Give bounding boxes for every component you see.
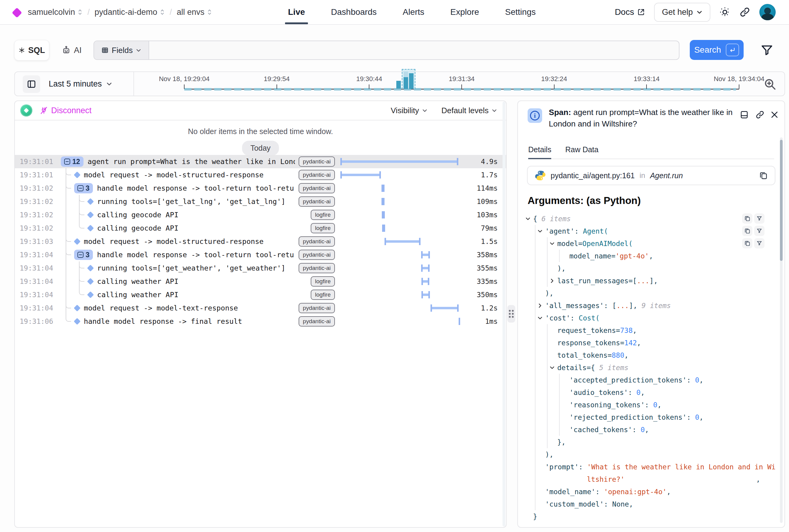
trace-row[interactable]: 19:31:02calling geocode APIlogfire79ms [15,222,506,235]
fields-button[interactable]: Fields [94,41,149,59]
chevron-down-icon[interactable] [537,315,543,321]
scope-badge[interactable]: pydantic-ai [299,303,335,313]
code-guide-line [559,386,560,399]
trace-row[interactable]: 19:31:02running tools=['get_lat_lng', 'g… [15,195,506,208]
scope-badge[interactable]: pydantic-ai [299,196,335,207]
collapse-toggle[interactable]: 3 [74,250,93,260]
code-guide-line [559,423,560,436]
trace-row-duration: 103ms [473,211,506,219]
scope-badge[interactable]: pydantic-ai [299,263,335,273]
get-help-button[interactable]: Get help [654,3,710,22]
default-levels-dropdown[interactable]: Default levels [441,106,497,115]
trace-row[interactable]: 19:31:04model request -> model-text-resp… [15,301,506,315]
sql-mode-button[interactable]: SQL [14,40,49,60]
duration-track [340,195,468,208]
trace-row-label: handle model response -> final result [84,317,242,326]
chevron-right-icon[interactable] [550,278,555,284]
tab-details[interactable]: Details [528,145,551,158]
sidebar-toggle-button[interactable] [23,75,40,93]
nav-tab-explore[interactable]: Explore [450,0,479,24]
breadcrumb: samuelcolvin/pydantic-ai-demo/all envs [28,0,212,24]
timeline[interactable]: Nov 18, 19:29:0419:29:5419:30:4419:31:34… [142,72,748,96]
scope-badge[interactable]: pydantic-ai [299,250,335,260]
panel-resize-handle[interactable] [507,305,515,323]
filter-funnel-icon[interactable] [761,43,773,56]
visibility-dropdown[interactable]: Visibility [390,106,427,115]
trace-row[interactable]: 19:31:0112agent run prompt=What is the w… [15,155,506,168]
close-icon[interactable] [770,110,779,119]
trace-row[interactable]: 19:31:04calling weather APIlogfire350ms [15,288,506,301]
scope-badge[interactable]: pydantic-ai [299,236,335,247]
search-button[interactable]: Search [690,40,744,60]
ai-mode-button[interactable]: AI [57,40,87,60]
copy-icon[interactable] [742,213,752,224]
logfire-logo-icon[interactable] [12,7,22,18]
code-line: last_run_messages=[...], [518,274,778,287]
copy-icon[interactable] [742,226,752,236]
today-button[interactable]: Today [242,141,279,155]
theme-sun-icon[interactable] [719,7,730,18]
trace-row[interactable]: 19:31:043handle model response -> tool-r… [15,248,506,262]
trace-row[interactable]: 19:31:01model request -> model-structure… [15,168,506,182]
filter-funnel-icon[interactable] [754,213,765,224]
scope-badge[interactable]: pydantic-ai [299,316,335,326]
chevron-down-icon[interactable] [525,216,531,222]
search-query-input[interactable] [149,41,679,59]
scope-badge[interactable]: logfire [311,223,335,233]
nav-tab-alerts[interactable]: Alerts [403,0,424,24]
timeline-tick-label: Nov 18, 19:34:04 [714,75,765,83]
source-file[interactable]: pydantic_ai/agent.py:161 [551,171,635,180]
tab-raw-data[interactable]: Raw Data [565,145,598,158]
breadcrumb-item[interactable]: all envs [177,7,212,17]
collapse-toggle[interactable]: 3 [74,183,93,193]
unplug-icon [40,106,48,115]
chevron-down-icon[interactable] [550,365,555,370]
code-guide-line [535,349,536,361]
nav-tab-dashboards[interactable]: Dashboards [331,0,377,24]
trace-scrollbar[interactable] [502,102,505,527]
nav-tab-settings[interactable]: Settings [505,0,536,24]
breadcrumb-item[interactable]: samuelcolvin [28,7,82,17]
dock-panel-icon[interactable] [740,110,749,119]
filter-funnel-icon[interactable] [754,226,765,236]
trace-row-content: running tools=['get_lat_lng', 'get_lat_l… [55,197,286,206]
trace-row[interactable]: 19:31:04running tools=['get_weather', 'g… [15,262,506,275]
code-guide-line [535,250,536,262]
scope-badge[interactable]: logfire [311,210,335,220]
detail-scrollbar-thumb[interactable] [780,140,783,261]
scope-badge[interactable]: logfire [311,276,335,287]
code-text: , [756,475,760,483]
chevron-right-icon[interactable] [537,303,543,308]
code-guide-line [559,374,560,386]
copy-icon[interactable] [742,238,752,248]
time-range-dropdown[interactable]: Last 5 minutes [49,72,112,96]
zoom-in-icon[interactable] [763,77,776,91]
timeline-histogram[interactable] [396,69,416,89]
trace-row-duration: 1ms [473,318,506,325]
scope-badge[interactable]: pydantic-ai [299,156,335,167]
trace-row[interactable]: 19:31:04calling weather APIlogfire335ms [15,275,506,288]
histogram-selection[interactable] [402,69,416,89]
collapse-toggle[interactable]: 12 [61,156,83,167]
copy-link-icon[interactable] [739,7,750,18]
code-guide-line [535,411,536,423]
trace-row[interactable]: 19:31:03model request -> model-structure… [15,235,506,248]
trace-row-label: calling weather API [97,290,178,299]
chevron-down-icon[interactable] [550,241,555,246]
filter-funnel-icon[interactable] [754,238,765,248]
trace-row[interactable]: 19:31:023handle model response -> tool-r… [15,182,506,195]
breadcrumb-item[interactable]: pydantic-ai-demo [95,7,165,17]
chevron-down-icon[interactable] [537,228,543,234]
copy-icon[interactable] [759,171,768,180]
copy-link-icon[interactable] [755,110,765,119]
scope-badge[interactable]: logfire [311,290,335,300]
docs-link[interactable]: Docs [615,7,645,17]
disconnect-button[interactable]: Disconnect [40,106,92,115]
nav-tab-live[interactable]: Live [288,0,305,24]
scope-badge[interactable]: pydantic-ai [299,183,335,193]
avatar[interactable] [759,4,776,20]
histogram-bar [396,81,401,89]
scope-badge[interactable]: pydantic-ai [299,170,335,180]
trace-row[interactable]: 19:31:06handle model response -> final r… [15,315,506,328]
trace-row[interactable]: 19:31:02calling geocode APIlogfire103ms [15,208,506,222]
